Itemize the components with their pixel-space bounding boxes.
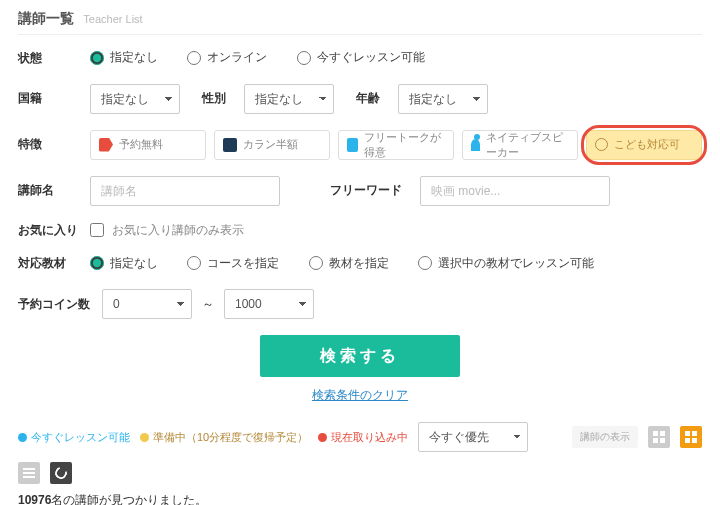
tag-native[interactable]: ネイティブスピーカー — [462, 130, 578, 160]
label-gender: 性別 — [202, 90, 226, 107]
radio-status-online[interactable]: オンライン — [187, 49, 267, 66]
view-list-button[interactable] — [18, 462, 40, 484]
label-age: 年齢 — [356, 90, 380, 107]
square-icon — [223, 138, 237, 152]
radio-status-now[interactable]: 今すぐレッスン可能 — [297, 49, 425, 66]
radio-status-none[interactable]: 指定なし — [90, 49, 158, 66]
label-teacher-name: 講師名 — [18, 182, 90, 199]
refresh-icon — [53, 465, 69, 481]
grid-icon — [653, 431, 665, 443]
radio-material-selected[interactable]: 選択中の教材でレッスン可能 — [418, 255, 594, 272]
coin-separator: ～ — [202, 296, 214, 313]
checkbox-favorite[interactable]: お気に入り講師のみ表示 — [90, 222, 244, 239]
select-nationality[interactable]: 指定なし — [90, 84, 180, 114]
label-favorite: お気に入り — [18, 222, 90, 239]
radio-material-none[interactable]: 指定なし — [90, 255, 158, 272]
page-title-en: Teacher List — [83, 13, 142, 25]
legend-prep: 準備中（10分程度で復帰予定） — [140, 430, 308, 445]
label-nationality: 国籍 — [18, 90, 90, 107]
grid-icon — [685, 431, 697, 443]
result-count: 10976名の講師が見つかりました。 — [18, 492, 702, 505]
select-sort[interactable]: 今すぐ優先 — [418, 422, 528, 452]
select-coin-min[interactable]: 0 — [102, 289, 192, 319]
view-label: 講師の表示 — [572, 426, 638, 448]
label-feature: 特徴 — [18, 136, 90, 153]
view-grid-large-button[interactable] — [648, 426, 670, 448]
page-header: 講師一覧 Teacher List — [18, 10, 702, 35]
input-teacher-name[interactable] — [90, 176, 280, 206]
tag-callan-half[interactable]: カラン半額 — [214, 130, 330, 160]
radio-material-course[interactable]: コースを指定 — [187, 255, 279, 272]
tag-free-booking[interactable]: 予約無料 — [90, 130, 206, 160]
radio-material-text[interactable]: 教材を指定 — [309, 255, 389, 272]
search-button[interactable]: 検索する — [260, 335, 460, 377]
status-radios: 指定なし オンライン 今すぐレッスン可能 — [90, 49, 451, 68]
legend-busy: 現在取り込み中 — [318, 430, 408, 445]
label-materials: 対応教材 — [18, 255, 90, 272]
view-grid-small-button[interactable] — [680, 426, 702, 448]
label-freeword: フリーワード — [330, 182, 402, 199]
user-icon — [471, 139, 480, 151]
list-icon — [23, 468, 35, 478]
legend-now: 今すぐレッスン可能 — [18, 430, 130, 445]
label-status: 状態 — [18, 50, 90, 67]
tag-icon — [99, 138, 113, 152]
select-age[interactable]: 指定なし — [398, 84, 488, 114]
face-icon — [595, 138, 608, 151]
select-coin-max[interactable]: 1000 — [224, 289, 314, 319]
refresh-button[interactable] — [50, 462, 72, 484]
tag-kids[interactable]: こども対応可 — [586, 130, 702, 160]
dot-icon — [18, 433, 27, 442]
page-title-jp: 講師一覧 — [18, 10, 74, 26]
select-gender[interactable]: 指定なし — [244, 84, 334, 114]
bubble-icon — [347, 138, 358, 152]
label-coins: 予約コイン数 — [18, 296, 102, 313]
dot-icon — [318, 433, 327, 442]
tag-freetalk[interactable]: フリートークが得意 — [338, 130, 454, 160]
clear-filters-link[interactable]: 検索条件のクリア — [312, 388, 408, 402]
input-freeword[interactable] — [420, 176, 610, 206]
dot-icon — [140, 433, 149, 442]
